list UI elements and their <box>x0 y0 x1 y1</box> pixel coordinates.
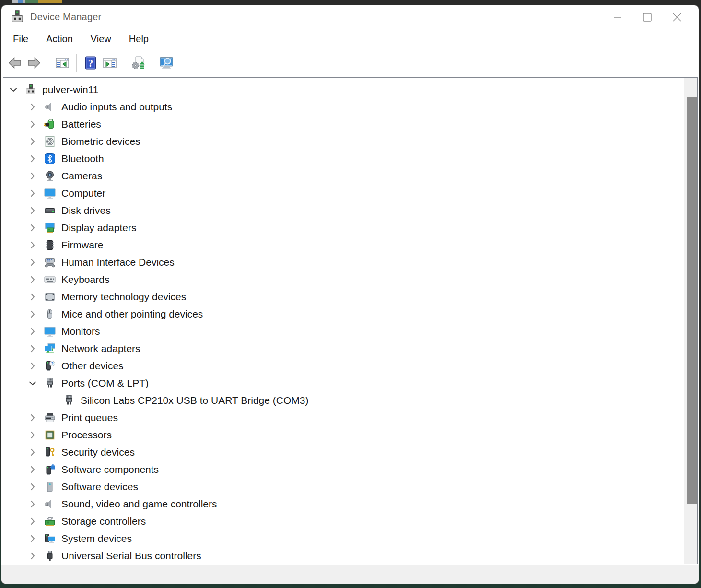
tree-item-monitors[interactable]: Monitors <box>3 323 684 340</box>
tree-item-display-adapters[interactable]: Display adapters <box>3 219 684 236</box>
chevron-right-icon[interactable] <box>27 447 38 458</box>
chevron-right-icon[interactable] <box>27 274 38 285</box>
tree-item-batteries[interactable]: Batteries <box>3 116 684 133</box>
tree-item-human-interface-devices[interactable]: Human Interface Devices <box>3 254 684 271</box>
chevron-right-icon[interactable] <box>27 551 38 561</box>
chevron-slot[interactable] <box>26 256 39 269</box>
chevron-right-icon[interactable] <box>27 499 38 509</box>
tree-item-disk-drives[interactable]: Disk drives <box>3 202 684 219</box>
tree-item-cameras[interactable]: Cameras <box>3 167 684 185</box>
chevron-down-icon[interactable] <box>27 378 38 388</box>
menu-view[interactable]: View <box>90 33 112 46</box>
tree-item-silicon-labs-cp210x-usb-to-uart-bridge-com3[interactable]: Silicon Labs CP210x USB to UART Bridge (… <box>3 392 684 409</box>
chevron-right-icon[interactable] <box>27 292 38 302</box>
close-button[interactable] <box>662 8 692 26</box>
chevron-slot[interactable] <box>26 101 39 113</box>
show-console-tree-button[interactable] <box>53 53 72 72</box>
chevron-slot[interactable] <box>26 153 39 165</box>
chevron-slot[interactable] <box>26 342 39 355</box>
tree-item-software-devices[interactable]: Software devices <box>3 478 684 495</box>
tree-item-storage-controllers[interactable]: Storage controllers <box>3 513 684 530</box>
chevron-right-icon[interactable] <box>27 119 38 129</box>
scrollbar-thumb[interactable] <box>687 97 697 504</box>
chevron-slot[interactable] <box>26 412 39 424</box>
chevron-slot[interactable] <box>26 532 39 545</box>
chevron-slot[interactable] <box>26 463 39 476</box>
chevron-slot[interactable] <box>26 515 39 528</box>
chevron-right-icon[interactable] <box>27 153 38 164</box>
tree-item-memory-technology-devices[interactable]: Memory technology devices <box>3 288 684 306</box>
menu-file[interactable]: File <box>12 33 29 46</box>
tree-item-bluetooth[interactable]: Bluetooth <box>3 150 684 167</box>
forward-button[interactable] <box>24 53 44 72</box>
scrollbar-track[interactable] <box>684 78 697 564</box>
tree-item-universal-serial-bus-controllers[interactable]: Universal Serial Bus controllers <box>3 547 684 564</box>
mouse-icon <box>44 308 56 320</box>
chevron-slot[interactable] <box>26 239 39 251</box>
chevron-right-icon[interactable] <box>27 240 38 250</box>
chevron-right-icon[interactable] <box>27 205 38 216</box>
tree-item-biometric-devices[interactable]: Biometric devices <box>3 133 684 150</box>
chevron-right-icon[interactable] <box>27 171 38 181</box>
chevron-right-icon[interactable] <box>27 309 38 319</box>
chevron-slot[interactable] <box>26 429 39 441</box>
tree-item-keyboards[interactable]: Keyboards <box>3 271 684 288</box>
help-button[interactable]: ? <box>81 53 100 72</box>
menu-help[interactable]: Help <box>128 33 150 46</box>
device-search-button[interactable] <box>157 53 176 72</box>
tree-item-processors[interactable]: Processors <box>3 426 684 444</box>
chevron-right-icon[interactable] <box>27 430 38 440</box>
chevron-slot[interactable] <box>26 273 39 286</box>
chevron-right-icon[interactable] <box>27 136 38 147</box>
tree-item-mice-and-other-pointing-devices[interactable]: Mice and other pointing devices <box>3 306 684 323</box>
maximize-button[interactable] <box>632 8 662 26</box>
chevron-right-icon[interactable] <box>27 533 38 544</box>
tree-item-security-devices[interactable]: Security devices <box>3 444 684 461</box>
chevron-down-icon[interactable] <box>8 84 19 95</box>
chevron-slot[interactable] <box>26 118 39 130</box>
processor-icon <box>44 429 56 441</box>
chevron-slot[interactable] <box>26 550 39 562</box>
chevron-slot[interactable] <box>26 360 39 372</box>
chevron-slot[interactable] <box>26 481 39 493</box>
tree-item-ports-com-lpt[interactable]: Ports (COM & LPT) <box>3 375 684 392</box>
chevron-slot[interactable] <box>26 498 39 510</box>
chevron-slot[interactable] <box>26 135 39 148</box>
chevron-right-icon[interactable] <box>27 223 38 233</box>
chevron-right-icon[interactable] <box>27 102 38 112</box>
show-action-pane-button[interactable] <box>100 53 119 72</box>
scan-for-hardware-changes-button[interactable] <box>129 53 148 72</box>
chevron-right-icon[interactable] <box>27 516 38 527</box>
chevron-right-icon[interactable] <box>27 257 38 268</box>
chevron-right-icon[interactable] <box>27 482 38 492</box>
chevron-right-icon[interactable] <box>27 412 38 423</box>
tree-item-system-devices[interactable]: System devices <box>3 530 684 547</box>
chevron-slot[interactable] <box>26 170 39 182</box>
tree-item-other-devices[interactable]: ?Other devices <box>3 357 684 375</box>
chevron-slot[interactable] <box>26 222 39 234</box>
tree-item-print-queues[interactable]: Print queues <box>3 409 684 426</box>
tree-item-computer[interactable]: Computer <box>3 185 684 202</box>
chevron-slot[interactable] <box>7 83 20 96</box>
chevron-slot[interactable] <box>26 325 39 338</box>
chevron-right-icon[interactable] <box>27 343 38 354</box>
chevron-right-icon[interactable] <box>27 326 38 337</box>
chevron-slot[interactable] <box>26 308 39 320</box>
minimize-button[interactable] <box>603 8 632 26</box>
tree-item-sound-video-and-game-controllers[interactable]: Sound, video and game controllers <box>3 495 684 513</box>
tree-item-audio-inputs-and-outputs[interactable]: Audio inputs and outputs <box>3 98 684 116</box>
chevron-slot[interactable] <box>26 204 39 217</box>
tree-item-network-adapters[interactable]: Network adapters <box>3 340 684 357</box>
chevron-right-icon[interactable] <box>27 464 38 475</box>
tree-item-pulver-win11[interactable]: pulver-win11 <box>3 81 684 98</box>
tree-item-firmware[interactable]: Firmware <box>3 236 684 254</box>
chevron-right-icon[interactable] <box>27 361 38 371</box>
chevron-slot[interactable] <box>26 187 39 200</box>
chevron-right-icon[interactable] <box>27 188 38 199</box>
chevron-slot[interactable] <box>26 291 39 303</box>
back-button[interactable] <box>5 53 24 72</box>
chevron-slot[interactable] <box>26 377 39 389</box>
menu-action[interactable]: Action <box>45 33 74 46</box>
chevron-slot[interactable] <box>26 446 39 459</box>
tree-item-software-components[interactable]: Software components <box>3 461 684 478</box>
